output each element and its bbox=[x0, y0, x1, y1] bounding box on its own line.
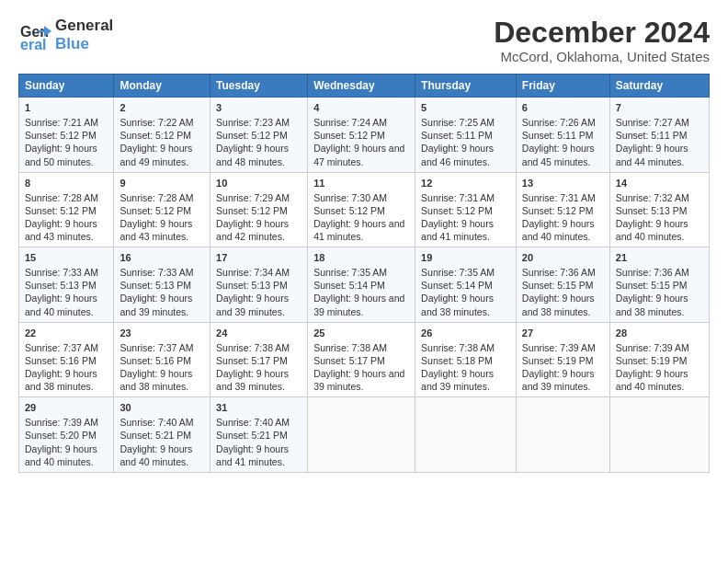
daylight: Daylight: 9 hours and 40 minutes. bbox=[25, 443, 97, 467]
sunset: Sunset: 5:14 PM bbox=[313, 280, 385, 291]
sunrise: Sunrise: 7:29 AM bbox=[216, 192, 290, 203]
day-number: 24 bbox=[216, 327, 301, 340]
sunrise: Sunrise: 7:34 AM bbox=[216, 267, 290, 278]
day-number: 19 bbox=[421, 251, 510, 265]
calendar-cell: 17Sunrise: 7:34 AMSunset: 5:13 PMDayligh… bbox=[210, 247, 308, 323]
day-number: 3 bbox=[216, 101, 301, 115]
day-number: 22 bbox=[25, 327, 108, 340]
day-number: 27 bbox=[522, 327, 604, 340]
sunrise: Sunrise: 7:25 AM bbox=[421, 117, 495, 128]
calendar-cell: 19Sunrise: 7:35 AMSunset: 5:14 PMDayligh… bbox=[415, 247, 517, 323]
sunset: Sunset: 5:19 PM bbox=[616, 355, 688, 366]
calendar-cell: 18Sunrise: 7:35 AMSunset: 5:14 PMDayligh… bbox=[308, 247, 415, 323]
sunset: Sunset: 5:13 PM bbox=[616, 205, 688, 216]
col-header-wednesday: Wednesday bbox=[308, 75, 415, 98]
sunrise: Sunrise: 7:27 AM bbox=[616, 117, 689, 128]
sunset: Sunset: 5:12 PM bbox=[522, 205, 594, 216]
daylight: Daylight: 9 hours and 38 minutes. bbox=[522, 293, 595, 316]
title-block: December 2024 McCord, Oklahoma, United S… bbox=[494, 17, 710, 64]
sunrise: Sunrise: 7:39 AM bbox=[25, 417, 98, 428]
day-number: 8 bbox=[25, 177, 108, 190]
calendar-cell: 16Sunrise: 7:33 AMSunset: 5:13 PMDayligh… bbox=[114, 247, 210, 323]
sunset: Sunset: 5:11 PM bbox=[616, 130, 688, 141]
calendar-cell: 23Sunrise: 7:37 AMSunset: 5:16 PMDayligh… bbox=[114, 322, 210, 397]
calendar-cell: 14Sunrise: 7:32 AMSunset: 5:13 PMDayligh… bbox=[609, 172, 709, 247]
sunrise: Sunrise: 7:39 AM bbox=[522, 342, 596, 353]
sunrise: Sunrise: 7:33 AM bbox=[119, 267, 193, 278]
calendar-cell: 3Sunrise: 7:23 AMSunset: 5:12 PMDaylight… bbox=[210, 98, 308, 173]
logo-icon: Gen eral bbox=[18, 18, 51, 52]
sunrise: Sunrise: 7:38 AM bbox=[313, 342, 387, 353]
sunset: Sunset: 5:12 PM bbox=[119, 130, 191, 141]
calendar-cell: 12Sunrise: 7:31 AMSunset: 5:12 PMDayligh… bbox=[415, 172, 517, 247]
calendar-title: December 2024 bbox=[494, 17, 710, 49]
sunset: Sunset: 5:13 PM bbox=[119, 280, 191, 291]
day-number: 29 bbox=[25, 401, 108, 415]
calendar-cell: 21Sunrise: 7:36 AMSunset: 5:15 PMDayligh… bbox=[609, 247, 709, 323]
calendar-cell: 20Sunrise: 7:36 AMSunset: 5:15 PMDayligh… bbox=[516, 247, 609, 323]
calendar-cell bbox=[415, 397, 517, 473]
sunset: Sunset: 5:12 PM bbox=[119, 205, 191, 216]
day-number: 25 bbox=[313, 327, 409, 340]
calendar-header-row: SundayMondayTuesdayWednesdayThursdayFrid… bbox=[19, 75, 710, 98]
week-row-3: 15Sunrise: 7:33 AMSunset: 5:13 PMDayligh… bbox=[19, 247, 710, 323]
sunset: Sunset: 5:17 PM bbox=[313, 355, 385, 366]
calendar-cell: 30Sunrise: 7:40 AMSunset: 5:21 PMDayligh… bbox=[114, 397, 210, 473]
daylight: Daylight: 9 hours and 43 minutes. bbox=[25, 218, 97, 242]
sunset: Sunset: 5:12 PM bbox=[25, 130, 97, 141]
col-header-thursday: Thursday bbox=[415, 75, 517, 98]
sunrise: Sunrise: 7:38 AM bbox=[216, 342, 290, 353]
day-number: 26 bbox=[421, 327, 510, 340]
daylight: Daylight: 9 hours and 41 minutes. bbox=[216, 443, 289, 467]
calendar-cell: 1Sunrise: 7:21 AMSunset: 5:12 PMDaylight… bbox=[19, 98, 114, 173]
daylight: Daylight: 9 hours and 46 minutes. bbox=[421, 143, 494, 167]
sunset: Sunset: 5:21 PM bbox=[119, 430, 191, 441]
sunset: Sunset: 5:12 PM bbox=[313, 130, 385, 141]
day-number: 15 bbox=[25, 251, 108, 265]
day-number: 30 bbox=[119, 401, 204, 415]
week-row-2: 8Sunrise: 7:28 AMSunset: 5:12 PMDaylight… bbox=[19, 172, 710, 247]
sunset: Sunset: 5:12 PM bbox=[421, 205, 493, 216]
daylight: Daylight: 9 hours and 48 minutes. bbox=[216, 143, 289, 167]
logo-general: General bbox=[55, 17, 113, 35]
daylight: Daylight: 9 hours and 41 minutes. bbox=[313, 218, 404, 242]
daylight: Daylight: 9 hours and 40 minutes. bbox=[522, 218, 595, 242]
calendar-cell: 26Sunrise: 7:38 AMSunset: 5:18 PMDayligh… bbox=[415, 322, 517, 397]
daylight: Daylight: 9 hours and 47 minutes. bbox=[313, 143, 404, 167]
sunrise: Sunrise: 7:24 AM bbox=[313, 117, 387, 128]
calendar-cell: 28Sunrise: 7:39 AMSunset: 5:19 PMDayligh… bbox=[609, 322, 709, 397]
calendar-cell: 5Sunrise: 7:25 AMSunset: 5:11 PMDaylight… bbox=[415, 98, 517, 173]
sunrise: Sunrise: 7:40 AM bbox=[216, 417, 290, 428]
sunset: Sunset: 5:17 PM bbox=[216, 355, 288, 366]
daylight: Daylight: 9 hours and 40 minutes. bbox=[616, 368, 688, 392]
calendar-cell: 6Sunrise: 7:26 AMSunset: 5:11 PMDaylight… bbox=[516, 98, 609, 173]
logo: Gen eral General Blue bbox=[18, 17, 113, 52]
sunset: Sunset: 5:12 PM bbox=[216, 205, 288, 216]
sunset: Sunset: 5:15 PM bbox=[616, 280, 688, 291]
day-number: 11 bbox=[313, 177, 409, 190]
sunset: Sunset: 5:12 PM bbox=[216, 130, 288, 141]
daylight: Daylight: 9 hours and 44 minutes. bbox=[616, 143, 688, 167]
sunrise: Sunrise: 7:31 AM bbox=[421, 192, 495, 203]
daylight: Daylight: 9 hours and 40 minutes. bbox=[616, 218, 688, 242]
daylight: Daylight: 9 hours and 38 minutes. bbox=[616, 293, 688, 316]
sunrise: Sunrise: 7:28 AM bbox=[25, 192, 98, 203]
day-number: 10 bbox=[216, 177, 301, 190]
day-number: 18 bbox=[313, 251, 409, 265]
calendar-cell: 27Sunrise: 7:39 AMSunset: 5:19 PMDayligh… bbox=[516, 322, 609, 397]
calendar-cell: 24Sunrise: 7:38 AMSunset: 5:17 PMDayligh… bbox=[210, 322, 308, 397]
calendar-cell: 8Sunrise: 7:28 AMSunset: 5:12 PMDaylight… bbox=[19, 172, 114, 247]
daylight: Daylight: 9 hours and 39 minutes. bbox=[313, 293, 404, 316]
daylight: Daylight: 9 hours and 49 minutes. bbox=[119, 143, 192, 167]
day-number: 23 bbox=[119, 327, 204, 340]
sunset: Sunset: 5:19 PM bbox=[522, 355, 594, 366]
day-number: 4 bbox=[313, 101, 409, 115]
sunset: Sunset: 5:16 PM bbox=[119, 355, 191, 366]
calendar-cell: 7Sunrise: 7:27 AMSunset: 5:11 PMDaylight… bbox=[609, 98, 709, 173]
daylight: Daylight: 9 hours and 39 minutes. bbox=[216, 293, 289, 316]
day-number: 6 bbox=[522, 101, 604, 115]
day-number: 9 bbox=[119, 177, 204, 190]
day-number: 21 bbox=[616, 251, 703, 265]
sunrise: Sunrise: 7:37 AM bbox=[119, 342, 193, 353]
sunrise: Sunrise: 7:23 AM bbox=[216, 117, 290, 128]
